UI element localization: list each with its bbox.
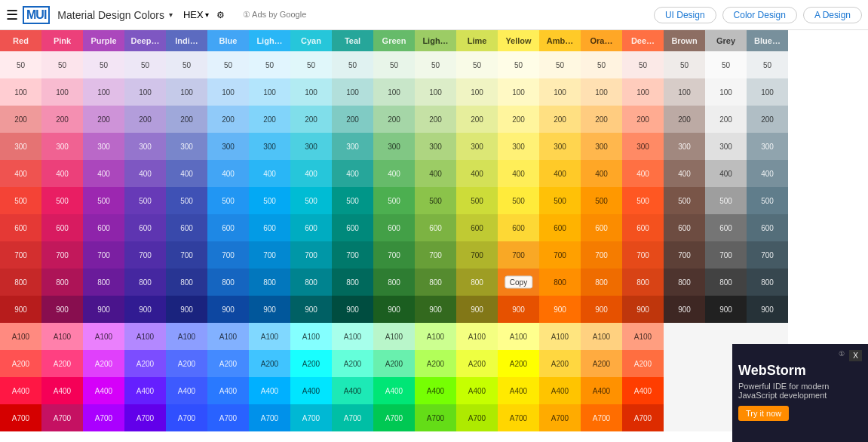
color-cell[interactable]: A100: [456, 323, 498, 350]
color-cell[interactable]: A400: [332, 377, 373, 404]
color-cell[interactable]: 300: [0, 133, 41, 160]
color-cell[interactable]: 900: [539, 296, 581, 323]
color-cell[interactable]: 300: [705, 133, 747, 160]
color-cell[interactable]: 100: [124, 78, 166, 106]
color-cell[interactable]: 700: [166, 241, 207, 269]
color-cell[interactable]: 400: [124, 160, 166, 187]
color-cell[interactable]: A200: [249, 350, 290, 377]
color-cell[interactable]: 600: [207, 214, 249, 241]
color-cell[interactable]: 800: [332, 269, 373, 296]
color-cell[interactable]: 900: [166, 296, 207, 323]
color-cell[interactable]: 50: [166, 51, 207, 78]
color-cell[interactable]: 400: [83, 160, 124, 187]
color-cell[interactable]: 100: [705, 78, 747, 106]
color-cell[interactable]: 50: [415, 51, 456, 78]
color-cell[interactable]: A100: [207, 323, 249, 350]
color-cell[interactable]: 50: [498, 51, 539, 78]
color-cell[interactable]: 200: [373, 106, 415, 133]
color-cell[interactable]: A400: [166, 377, 207, 404]
color-cell[interactable]: 200: [664, 106, 705, 133]
color-cell[interactable]: 900: [456, 296, 498, 323]
color-cell[interactable]: 900: [249, 296, 290, 323]
color-cell[interactable]: 200: [41, 106, 83, 133]
color-cell[interactable]: 500: [581, 187, 622, 214]
color-cell[interactable]: A200: [124, 350, 166, 377]
color-cell[interactable]: 400: [581, 160, 622, 187]
color-cell[interactable]: 600: [83, 214, 124, 241]
color-cell[interactable]: 400: [622, 160, 664, 187]
color-cell[interactable]: 50: [747, 51, 788, 78]
color-cell[interactable]: 500: [373, 187, 415, 214]
color-cell[interactable]: A200: [498, 350, 539, 377]
color-cell[interactable]: 800: [539, 269, 581, 296]
color-cell[interactable]: 700: [290, 241, 332, 269]
color-cell[interactable]: 700: [332, 241, 373, 269]
color-cell[interactable]: 900: [207, 296, 249, 323]
color-cell[interactable]: A200: [83, 350, 124, 377]
color-cell[interactable]: 50: [622, 51, 664, 78]
color-cell[interactable]: 800: [166, 269, 207, 296]
color-cell[interactable]: 900: [83, 296, 124, 323]
color-cell[interactable]: 800: [664, 269, 705, 296]
color-cell[interactable]: 500: [415, 187, 456, 214]
color-cell[interactable]: 400: [41, 160, 83, 187]
color-cell[interactable]: 600: [747, 214, 788, 241]
color-cell[interactable]: 500: [747, 187, 788, 214]
color-cell[interactable]: 800: [83, 269, 124, 296]
ad-try-button[interactable]: Try it now: [738, 406, 789, 421]
color-cell[interactable]: 400: [373, 160, 415, 187]
color-cell[interactable]: A100: [166, 323, 207, 350]
color-cell[interactable]: 100: [332, 78, 373, 106]
color-cell[interactable]: 700: [456, 241, 498, 269]
nav-link-ui-design[interactable]: UI Design: [654, 7, 716, 23]
color-cell[interactable]: [664, 350, 705, 377]
color-cell[interactable]: A100: [581, 323, 622, 350]
color-cell[interactable]: 300: [290, 133, 332, 160]
color-cell[interactable]: 900: [622, 296, 664, 323]
color-cell[interactable]: 600: [539, 214, 581, 241]
color-cell[interactable]: A700: [0, 404, 41, 431]
color-cell[interactable]: A200: [166, 350, 207, 377]
color-cell[interactable]: 300: [581, 133, 622, 160]
color-cell[interactable]: A100: [83, 323, 124, 350]
color-cell[interactable]: 800: [622, 269, 664, 296]
color-cell[interactable]: A100: [290, 323, 332, 350]
color-cell[interactable]: 400: [705, 160, 747, 187]
color-cell[interactable]: 800: [207, 269, 249, 296]
color-cell[interactable]: A700: [249, 404, 290, 431]
color-cell[interactable]: 500: [622, 187, 664, 214]
color-cell[interactable]: A400: [415, 377, 456, 404]
color-cell[interactable]: A200: [456, 350, 498, 377]
color-cell[interactable]: A700: [373, 404, 415, 431]
color-cell[interactable]: 300: [622, 133, 664, 160]
color-cell[interactable]: A400: [41, 377, 83, 404]
color-cell[interactable]: 400: [0, 160, 41, 187]
nav-title-dropdown[interactable]: ▾: [169, 11, 173, 19]
color-cell[interactable]: 400: [166, 160, 207, 187]
color-cell[interactable]: 600: [581, 214, 622, 241]
color-cell[interactable]: A100: [622, 323, 664, 350]
color-cell[interactable]: A400: [290, 377, 332, 404]
color-cell[interactable]: 500: [456, 187, 498, 214]
color-cell[interactable]: 600: [664, 214, 705, 241]
color-cell[interactable]: 700: [83, 241, 124, 269]
color-cell[interactable]: 200: [249, 106, 290, 133]
color-cell[interactable]: A400: [207, 377, 249, 404]
color-cell[interactable]: 200: [539, 106, 581, 133]
color-cell[interactable]: A100: [373, 323, 415, 350]
color-cell[interactable]: 900: [373, 296, 415, 323]
color-cell[interactable]: A400: [456, 377, 498, 404]
color-cell[interactable]: 500: [290, 187, 332, 214]
color-cell[interactable]: 100: [622, 78, 664, 106]
color-cell[interactable]: 900: [498, 296, 539, 323]
color-cell[interactable]: 400: [498, 160, 539, 187]
color-cell[interactable]: 700: [41, 241, 83, 269]
color-cell[interactable]: A200: [290, 350, 332, 377]
color-cell[interactable]: 700: [415, 241, 456, 269]
color-cell[interactable]: 300: [456, 133, 498, 160]
color-cell[interactable]: 400: [415, 160, 456, 187]
color-cell[interactable]: A200: [332, 350, 373, 377]
color-cell[interactable]: A200: [622, 350, 664, 377]
color-cell[interactable]: 600: [249, 214, 290, 241]
color-cell[interactable]: 500: [332, 187, 373, 214]
